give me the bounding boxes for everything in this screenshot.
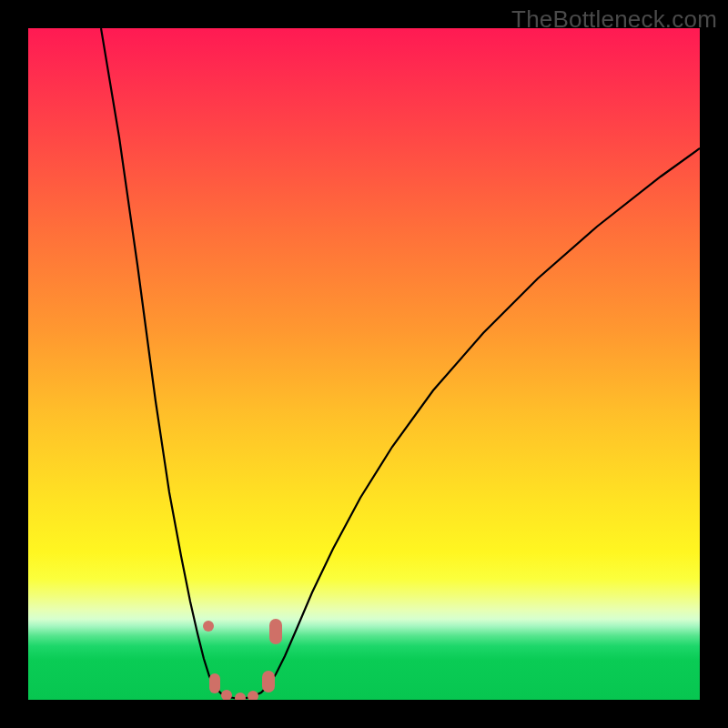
marker-pill <box>262 671 275 693</box>
marker-pill <box>269 619 282 644</box>
marker-dot <box>248 691 258 700</box>
marker-dot <box>221 690 232 700</box>
watermark-text: TheBottleneck.com <box>511 5 717 34</box>
curve-markers-group <box>203 619 282 700</box>
marker-dot <box>235 693 246 700</box>
curve-left-branch <box>101 28 239 699</box>
marker-dot <box>203 621 214 632</box>
chart-svg <box>28 28 700 700</box>
marker-pill <box>209 673 220 693</box>
curve-right-branch <box>239 148 700 699</box>
chart-area <box>28 28 700 700</box>
